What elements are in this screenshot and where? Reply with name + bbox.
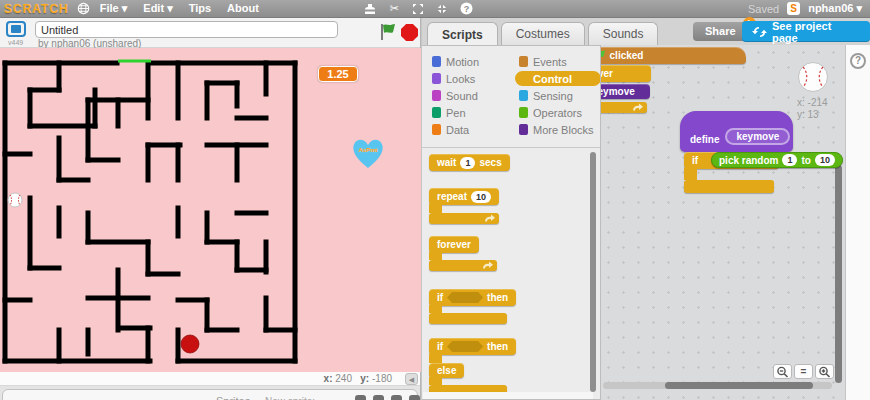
green-flag-icon	[601, 50, 606, 61]
new-sprite-library-icon[interactable]	[355, 395, 366, 400]
procedure-name: keymove	[725, 128, 790, 145]
category-sound[interactable]: Sound	[428, 88, 514, 103]
scripts-hscroll-thumb[interactable]	[665, 382, 813, 389]
user-avatar[interactable]: S	[787, 2, 800, 15]
palette-bottom-track	[423, 392, 593, 399]
edit-tools: ✂ ?	[364, 2, 473, 15]
delete-scissors-icon[interactable]: ✂	[388, 2, 401, 15]
stage-column: v449 by nphan06 (unshared) 1.25 AsPmt	[0, 18, 421, 400]
if-else-block[interactable]	[429, 354, 442, 363]
stage-canvas[interactable]: 1.25 AsPmt	[0, 48, 421, 372]
forever-block[interactable]	[601, 102, 647, 113]
repeat-block[interactable]: repeat 10	[429, 188, 499, 205]
project-title-input[interactable]	[35, 21, 338, 38]
forever-block[interactable]	[429, 260, 497, 271]
random-min-input[interactable]: 1	[782, 154, 797, 166]
tab-sounds[interactable]: Sounds	[588, 22, 659, 45]
category-more-blocks[interactable]: More Blocks	[515, 122, 601, 137]
repeat-block[interactable]	[429, 204, 442, 213]
stage-size-toggle-button[interactable]: ◀	[405, 373, 418, 385]
ball-sprite[interactable]	[181, 335, 199, 353]
forever-block[interactable]	[429, 252, 442, 260]
keymove-call-block[interactable]: keymove	[601, 84, 650, 99]
category-color-swatch	[519, 73, 528, 84]
block-help-icon[interactable]: ?	[460, 2, 473, 15]
green-flag-button[interactable]	[379, 23, 399, 45]
pick-random-block[interactable]: pick random 1 to 10	[711, 152, 843, 168]
if-then-block[interactable]: if then	[429, 289, 516, 306]
repeat-block[interactable]	[429, 213, 499, 224]
scripts-hscroll-track[interactable]	[603, 382, 832, 389]
if-block[interactable]	[684, 168, 697, 180]
category-label: Sensing	[533, 90, 573, 102]
menu-about[interactable]: About	[227, 2, 259, 15]
category-events[interactable]: Events	[515, 54, 601, 69]
scripts-area[interactable]: when clicked forever keymove define keym	[601, 45, 845, 400]
category-label: Operators	[533, 107, 582, 119]
category-color-swatch	[519, 107, 528, 118]
zoom-out-icon	[776, 366, 789, 378]
category-pen[interactable]: Pen	[428, 105, 514, 120]
if-then-block[interactable]	[429, 305, 442, 313]
condition-slot[interactable]	[447, 292, 483, 303]
when-flag-clicked-block[interactable]: when clicked	[601, 47, 746, 64]
category-control[interactable]: Control	[515, 71, 601, 86]
small-stage-toggle-button[interactable]	[6, 21, 26, 37]
stage-footer: x: 240 y: -180 ◀	[0, 372, 420, 386]
new-sprite-buttons	[355, 395, 420, 400]
shrink-sprite-icon[interactable]	[436, 2, 449, 15]
random-max-input[interactable]: 10	[815, 154, 835, 166]
upload-sprite-icon[interactable]	[391, 395, 402, 400]
menu-edit[interactable]: Edit ▾	[143, 2, 172, 15]
category-label: More Blocks	[533, 124, 594, 136]
zoom-reset-button[interactable]: =	[794, 364, 813, 379]
duplicate-stamp-icon[interactable]	[364, 2, 377, 15]
palette-scrollbar[interactable]	[590, 152, 596, 392]
block-palette: MotionLooksSoundPenData EventsControlSen…	[422, 45, 601, 400]
camera-sprite-icon[interactable]	[409, 395, 420, 400]
category-operators[interactable]: Operators	[515, 105, 601, 120]
help-button[interactable]: ?	[850, 53, 866, 69]
if-else-block-else-bar[interactable]: else	[429, 363, 464, 378]
category-color-swatch	[519, 90, 528, 101]
palette-divider	[422, 147, 600, 148]
scripts-vscroll-thumb[interactable]	[835, 165, 842, 383]
language-globe-icon[interactable]	[77, 2, 90, 15]
see-project-page-button[interactable]: See project page	[742, 21, 870, 42]
if-block[interactable]	[684, 180, 774, 193]
grow-sprite-icon[interactable]	[412, 2, 425, 15]
heart-sprite[interactable]: AsPmt	[348, 134, 388, 172]
user-menu[interactable]: nphan06 ▾	[808, 2, 862, 15]
if-else-block[interactable]: if then	[429, 338, 516, 355]
forever-block[interactable]: forever	[429, 236, 479, 253]
maze-backdrop	[0, 48, 421, 372]
category-data[interactable]: Data	[428, 122, 514, 137]
menu-tips[interactable]: Tips	[189, 2, 211, 15]
category-motion[interactable]: Motion	[428, 54, 514, 69]
repeat-count-input[interactable]: 10	[471, 191, 491, 203]
category-sensing[interactable]: Sensing	[515, 88, 601, 103]
wait-block[interactable]: wait 1 secs	[429, 154, 510, 171]
forever-block[interactable]: forever	[601, 65, 651, 82]
if-else-block[interactable]	[429, 377, 442, 385]
wait-seconds-input[interactable]: 1	[460, 157, 475, 169]
variable-watcher[interactable]: 1.25	[318, 66, 358, 82]
category-color-swatch	[432, 107, 441, 118]
zoom-out-button[interactable]	[773, 364, 792, 379]
define-keymove-block[interactable]: define keymove	[680, 111, 793, 152]
editor-column: Scripts Costumes Sounds Share ! See proj…	[422, 18, 870, 400]
category-looks[interactable]: Looks	[428, 71, 514, 86]
condition-slot[interactable]	[447, 341, 483, 352]
menu-file[interactable]: File ▾	[100, 2, 128, 15]
category-color-swatch	[432, 90, 441, 101]
if-then-block[interactable]	[429, 313, 507, 324]
stop-button[interactable]	[401, 24, 418, 41]
baseball-sprite[interactable]	[8, 193, 22, 207]
paint-sprite-icon[interactable]	[373, 395, 384, 400]
menu-items: File ▾Edit ▾TipsAbout	[100, 2, 259, 15]
zoom-in-button[interactable]	[815, 364, 834, 379]
tab-costumes[interactable]: Costumes	[501, 22, 585, 45]
tab-scripts[interactable]: Scripts	[427, 22, 498, 45]
share-button[interactable]: Share !	[693, 22, 748, 41]
category-label: Pen	[446, 107, 466, 119]
